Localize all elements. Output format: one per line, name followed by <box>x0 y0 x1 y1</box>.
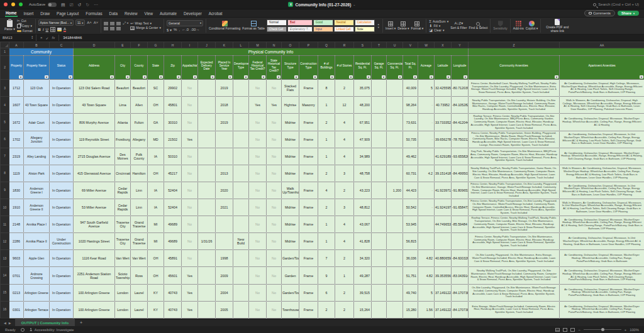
cell-J12[interactable]: 1/31/26 <box>198 233 216 250</box>
percent-icon[interactable]: % <box>174 28 177 31</box>
cell-U8[interactable] <box>387 165 403 182</box>
cell-G7[interactable]: IA <box>148 148 164 165</box>
cell-V10[interactable]: 50,542 <box>403 199 418 216</box>
cell-J5[interactable] <box>198 114 216 131</box>
cell-T10[interactable] <box>372 199 387 216</box>
cell-V15[interactable]: 49,740 <box>403 284 418 301</box>
column-letter-U[interactable]: U <box>387 42 403 48</box>
cell-V13[interactable]: 36,036 <box>403 250 418 267</box>
filter-button[interactable] <box>143 75 147 79</box>
cell-W9[interactable]: - <box>418 182 435 199</box>
cell-Z11[interactable]: Rooftop Terrace, Fitness Center, Nearby … <box>469 216 560 233</box>
tab-view[interactable]: View <box>144 10 154 17</box>
cell-Z7[interactable]: Dog Park, Nearby Public Transportation, … <box>469 148 560 165</box>
cell-D7[interactable]: 2715 Douglas Avenue <box>74 148 115 165</box>
cell-C14[interactable]: In Operation <box>50 267 74 284</box>
cell-P11[interactable]: Frame <box>299 216 318 233</box>
fill-color-icon[interactable] <box>57 28 62 31</box>
align-bottom-icon[interactable] <box>116 22 121 25</box>
cell-D12[interactable]: 1020 Hastings Street <box>74 233 115 250</box>
column-letter-K[interactable]: K <box>216 42 233 48</box>
row-number[interactable]: 14 <box>1 267 9 284</box>
title-chevron-icon[interactable]: ⌄ <box>353 3 355 6</box>
cell-L6[interactable] <box>233 131 249 148</box>
cell-S6[interactable]: 47,909 <box>354 131 372 148</box>
header-cell-property-name[interactable]: Property Name <box>24 56 50 80</box>
font-name-select[interactable]: Aptos Narrow (Bod... ▾ <box>38 19 74 26</box>
more-commands-icon[interactable]: ⋯ <box>94 3 98 7</box>
header-cell--of-stories[interactable]: # of Stories <box>335 56 354 80</box>
cell-B6[interactable]: Allegany Junction <box>24 131 50 148</box>
cell-P16[interactable]: Frame <box>299 301 318 318</box>
cell-T16[interactable] <box>372 301 387 318</box>
cell-C5[interactable]: In Operation <box>50 114 74 131</box>
cell-AA7[interactable]: Air Conditioning, Dishwasher, Disposal, … <box>560 148 644 165</box>
row-number[interactable]: 4 <box>1 97 9 114</box>
cell-P10[interactable]: Frame <box>299 199 318 216</box>
cell-C11[interactable]: In Operation <box>50 216 74 233</box>
add-sheet-button[interactable]: + <box>75 319 87 326</box>
cell-Q13[interactable]: 7 <box>318 250 335 267</box>
filter-button[interactable] <box>244 75 248 79</box>
cell-Z13[interactable]: On-Site Laundry, Playground, On-Site Mai… <box>469 250 560 267</box>
cell-M3[interactable]: No <box>249 80 267 97</box>
cell-F8[interactable]: Hamilton <box>131 165 148 182</box>
cell-Y3[interactable]: -80.712039 <box>452 80 469 97</box>
cell-V3[interactable]: 40,009 <box>403 80 418 97</box>
cell-N11[interactable]: No <box>267 216 282 233</box>
cell-Q3[interactable]: 8 <box>318 80 335 97</box>
filter-button[interactable] <box>367 75 370 79</box>
filter-button[interactable] <box>430 75 433 79</box>
cell-Q10[interactable]: 2 <box>318 199 335 216</box>
cell-O15[interactable]: Garden/Townhouse <box>282 284 299 301</box>
select-all-corner[interactable] <box>1 42 9 48</box>
cell-U9[interactable]: 1,200 <box>387 182 403 199</box>
column-letter-H[interactable]: H <box>164 42 182 48</box>
header-cell-development-type[interactable]: Development Type <box>233 56 249 80</box>
cell-Y16[interactable]: -84.170738 <box>452 301 469 318</box>
cell-W12[interactable] <box>418 233 435 250</box>
cell-U16[interactable] <box>387 301 403 318</box>
cell-A15[interactable]: 0213 <box>9 284 24 301</box>
cell-Y11[interactable]: -85.59484 <box>452 216 469 233</box>
cell-T14[interactable] <box>372 267 387 284</box>
align-right-icon[interactable] <box>116 27 121 30</box>
row-number[interactable]: 5 <box>1 114 9 131</box>
cell-V8[interactable]: 60,731 <box>403 165 418 182</box>
cell-H8[interactable]: 45217 <box>164 165 182 182</box>
cell-J15[interactable] <box>198 284 216 301</box>
cell-X5[interactable]: 33.733352 <box>435 114 452 131</box>
cell-Q14[interactable]: 9 <box>318 267 335 284</box>
minimize-window-button[interactable] <box>11 3 15 6</box>
cell-Q15[interactable]: 6 <box>318 284 335 301</box>
row-number[interactable]: 13 <box>1 250 9 267</box>
cell-R6[interactable]: 4 <box>335 131 354 148</box>
zoom-slider-knob[interactable] <box>601 328 604 331</box>
header-cell-property[interactable]: Property <box>9 56 24 80</box>
style-chip-bad[interactable]: Bad <box>287 19 313 26</box>
cell-E3[interactable]: Beaufort <box>115 80 131 97</box>
column-letter-AA[interactable]: AA <box>560 42 644 48</box>
cell-F5[interactable]: Fulton <box>131 114 148 131</box>
cell-U12[interactable] <box>387 233 403 250</box>
cell-O16[interactable]: Townhouse <box>282 301 299 318</box>
cell-J8[interactable] <box>198 165 216 182</box>
italic-button[interactable]: I <box>43 28 44 31</box>
cell-M10[interactable]: No <box>249 199 267 216</box>
gallery-scroll-buttons[interactable]: ▲▼ <box>377 23 380 29</box>
style-chip-input[interactable]: Input <box>313 26 333 33</box>
cell-A13[interactable]: 9603 <box>9 250 24 267</box>
cell-M13[interactable]: No <box>249 250 267 267</box>
cell-T11[interactable] <box>372 216 387 233</box>
column-letter-X[interactable]: X <box>435 42 452 48</box>
merge-center-button[interactable]: Merge & Center ▾ <box>130 26 161 30</box>
cell-AA3[interactable]: Air Conditioning, Dishwasher, Disposal, … <box>560 80 644 97</box>
header-cell-appalachia[interactable]: Appalachia? <box>182 56 198 80</box>
header-cell-county[interactable]: County <box>131 56 148 80</box>
header-cell-structure-type[interactable]: Structure Type <box>282 56 299 80</box>
cell-R12[interactable]: 4 <box>335 233 354 250</box>
cell-D13[interactable]: 1116 Kear Road <box>74 250 115 267</box>
insert-function-icon[interactable]: fx <box>52 36 55 40</box>
cell-Y12[interactable] <box>452 233 469 250</box>
cell-V16[interactable]: 15,280 <box>403 301 418 318</box>
